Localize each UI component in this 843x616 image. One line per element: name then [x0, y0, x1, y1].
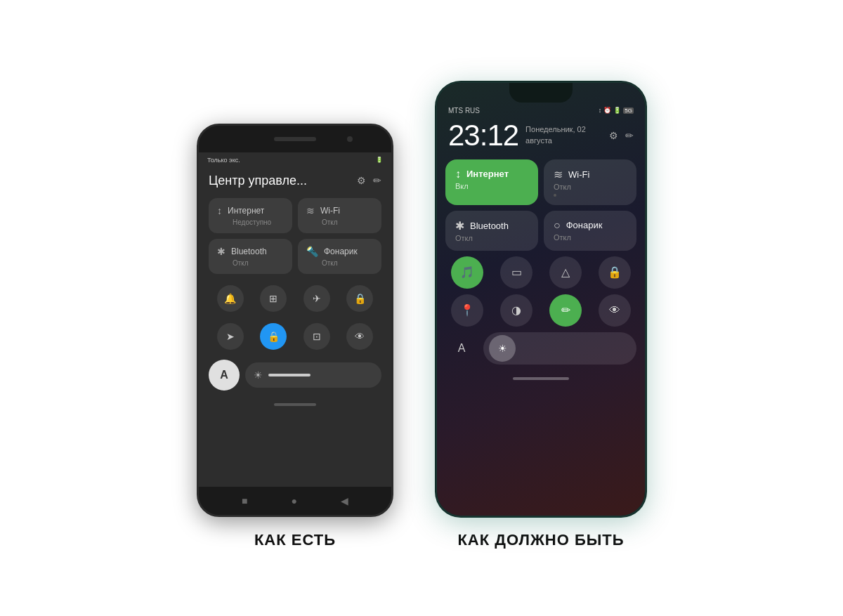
- p1-title: Центр управле...: [209, 173, 307, 188]
- p2-brightness-container[interactable]: ☀: [483, 332, 636, 365]
- p2-tile-flashlight[interactable]: ○ Фонарик Откл: [544, 211, 636, 251]
- p1-lock2-btn[interactable]: 🔒: [260, 323, 287, 350]
- p2-alarm-icon: ⏰: [603, 107, 611, 114]
- p1-bottom-row: A ☀: [209, 360, 381, 391]
- phone1-section: Только экс. 🔋 Центр управле... ⚙ ✏: [197, 124, 393, 549]
- p2-5g-icon: 5G: [623, 107, 634, 114]
- p2-signal-icon: ↕: [599, 107, 602, 114]
- p2-flashlight-status: Откл: [554, 233, 627, 242]
- p2-wifi-dot: [554, 194, 556, 197]
- p2-status-icons: ↕ ⏰ 🔋 5G: [599, 107, 634, 114]
- p1-settings-icon[interactable]: ⚙: [357, 175, 366, 186]
- p1-lock-btn[interactable]: 🔒: [346, 285, 373, 312]
- p1-flashlight-status: Откл: [306, 259, 373, 267]
- p1-tile-bluetooth[interactable]: ✱ Bluetooth Откл: [209, 239, 292, 274]
- phone1-camera: [347, 136, 353, 142]
- p2-home-bar: [513, 377, 569, 380]
- p2-internet-icon: ↕: [455, 168, 461, 181]
- p1-edit-icon[interactable]: ✏: [373, 175, 381, 186]
- phone2-screen: MTS RUS ↕ ⏰ 🔋 5G 23:12 Понедельник, 02 а…: [437, 83, 645, 516]
- p2-tile-bluetooth[interactable]: ✱ Bluetooth Откл: [445, 211, 538, 251]
- p2-lock-btn[interactable]: 🔒: [599, 256, 631, 289]
- p2-wifi-status: Откл: [554, 183, 627, 191]
- p2-music-btn[interactable]: 🎵: [451, 256, 483, 289]
- phone2-time-row: 23:12 Понедельник, 02 августа ⚙ ✏: [437, 116, 645, 159]
- p1-flashlight-name: Фонарик: [324, 247, 358, 256]
- p2-internet-name: Интернет: [466, 169, 509, 179]
- nav-home-btn[interactable]: ●: [291, 495, 296, 506]
- p1-a-button[interactable]: A: [209, 360, 240, 391]
- p2-time: 23:12: [448, 119, 518, 152]
- p1-bluetooth-status: Откл: [217, 259, 284, 267]
- p1-battery-icon: 🔋: [376, 157, 383, 163]
- p2-eye-btn[interactable]: 👁: [599, 294, 631, 327]
- p2-settings-icon[interactable]: ⚙: [609, 130, 618, 141]
- phone2-statusbar: MTS RUS ↕ ⏰ 🔋 5G: [437, 103, 645, 116]
- p2-brightness-icon: ☀: [498, 343, 507, 354]
- p2-brightness-thumb: ☀: [489, 335, 516, 362]
- p1-wifi-status: Откл: [306, 218, 373, 226]
- p2-wifi-name: Wi-Fi: [568, 169, 589, 180]
- p1-tile-wifi[interactable]: ≋ Wi-Fi Откл: [298, 198, 381, 233]
- p2-location-btn[interactable]: 📍: [451, 294, 483, 327]
- p1-tile-flashlight[interactable]: 🔦 Фонарик Откл: [298, 239, 381, 274]
- p1-bluetooth-name: Bluetooth: [231, 247, 267, 256]
- p2-tile-wifi[interactable]: ≋ Wi-Fi Откл: [544, 159, 636, 205]
- p2-flashlight-icon: ○: [554, 219, 561, 232]
- p1-title-row: Центр управле... ⚙ ✏: [209, 173, 381, 188]
- nav-back-btn[interactable]: ◀: [341, 495, 348, 506]
- p1-brightness-fill: [268, 374, 311, 376]
- p1-title-icons: ⚙ ✏: [357, 175, 381, 186]
- p1-home-bar: [274, 403, 316, 406]
- p1-eye-btn[interactable]: 👁: [346, 323, 373, 350]
- p1-internet-status: Недоступно: [217, 218, 284, 226]
- p1-status-text: Только экс.: [207, 157, 240, 164]
- p1-icons-row2: ➤ 🔒 ⊡ 👁: [209, 323, 381, 350]
- p1-airplane-btn[interactable]: ✈: [303, 285, 330, 312]
- p2-screen-btn[interactable]: ▭: [500, 256, 532, 289]
- p2-edit-icon[interactable]: ✏: [625, 130, 634, 141]
- p1-scan-btn[interactable]: ⊡: [303, 323, 330, 350]
- phone1-content: Центр управле... ⚙ ✏ ↕ Интернет Не: [199, 168, 391, 487]
- p2-pen-btn[interactable]: ✏: [549, 294, 582, 327]
- p1-bluetooth-icon: ✱: [217, 246, 226, 257]
- caption-left: КАК ЕСТЬ: [254, 531, 336, 549]
- p1-bell-btn[interactable]: 🔔: [217, 285, 244, 312]
- p1-icons-row1: 🔔 ⊞ ✈ 🔒: [209, 285, 381, 312]
- p1-internet-icon: ↕: [217, 205, 222, 216]
- caption-right: КАК ДОЛЖНО БЫТЬ: [457, 531, 624, 549]
- p2-share-btn[interactable]: △: [549, 256, 582, 289]
- p1-brightness-icon: ☀: [254, 369, 263, 381]
- p2-carrier: MTS RUS: [448, 107, 480, 114]
- p2-moon-btn[interactable]: ◑: [500, 294, 532, 327]
- p1-location-btn[interactable]: ➤: [217, 323, 244, 350]
- phone1: Только экс. 🔋 Центр управле... ⚙ ✏: [197, 124, 393, 517]
- phone2: MTS RUS ↕ ⏰ 🔋 5G 23:12 Понедельник, 02 а…: [436, 81, 646, 517]
- p2-bluetooth-status: Откл: [455, 234, 528, 242]
- phone1-screen: Только экс. 🔋 Центр управле... ⚙ ✏: [199, 152, 391, 487]
- p2-bluetooth-name: Bluetooth: [470, 221, 509, 231]
- p1-wifi-name: Wi-Fi: [320, 206, 340, 216]
- p1-tile-internet[interactable]: ↕ Интернет Недоступно: [209, 198, 292, 233]
- p2-bluetooth-icon: ✱: [455, 219, 464, 232]
- p2-battery-icon: 🔋: [613, 107, 621, 114]
- p1-tiles-grid: ↕ Интернет Недоступно ≋ Wi-Fi Откл: [209, 198, 381, 274]
- p2-tiles-main: ↕ Интернет Вкл ≋ Wi-Fi Откл: [437, 159, 645, 251]
- p1-flashlight-icon: 🔦: [306, 246, 318, 257]
- p1-internet-name: Интернет: [228, 206, 264, 216]
- p2-icons-grid1: 🎵 ▭ △ 🔒: [437, 256, 645, 289]
- p1-screen-btn[interactable]: ⊞: [260, 285, 287, 312]
- p2-tile-internet[interactable]: ↕ Интернет Вкл: [445, 159, 538, 205]
- phone2-section: MTS RUS ↕ ⏰ 🔋 5G 23:12 Понедельник, 02 а…: [436, 81, 646, 549]
- p2-date: Понедельник, 02 августа: [525, 124, 602, 146]
- phone1-top: [199, 126, 391, 152]
- p1-status-icons: 🔋: [376, 157, 383, 163]
- p1-wifi-icon: ≋: [306, 205, 315, 216]
- phone1-statusbar: Только экс. 🔋: [199, 152, 391, 168]
- phone1-speaker: [274, 137, 316, 141]
- p1-brightness-bar[interactable]: ☀: [245, 362, 381, 388]
- p2-flashlight-name: Фонарик: [566, 220, 603, 230]
- phone2-notch: [509, 83, 573, 103]
- p2-a-label: A: [445, 332, 478, 365]
- nav-square-btn[interactable]: ■: [242, 495, 247, 506]
